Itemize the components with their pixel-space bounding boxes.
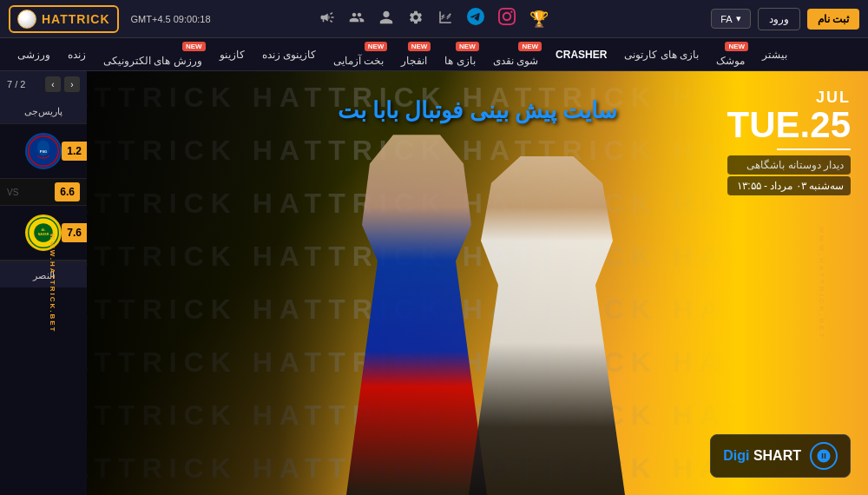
menu-item-rocket[interactable]: NEW موشک — [707, 38, 753, 71]
menu-item-esports[interactable]: NEW ورزش های الکترونیکی — [95, 38, 211, 71]
hero-banner: HATTRICK HATTRICK HATTRICK HATTRICK HATT… — [87, 71, 868, 495]
alnassr-odd[interactable]: 7.6 — [62, 223, 87, 242]
date-day: 25.TUE — [727, 107, 851, 143]
telegram-icon[interactable] — [467, 8, 484, 30]
friendly-label: دیدار دوستانه باشگاهی — [727, 155, 851, 175]
vs-label: VS — [7, 188, 18, 197]
user-icon[interactable] — [378, 10, 394, 29]
psg-team-name: پاریس‌جی — [24, 106, 62, 116]
svg-text:NASSR: NASSR — [38, 233, 49, 236]
panel-prev-button[interactable]: ‹ — [64, 76, 80, 92]
date-box: JUL 25.TUE دیدار دوستانه باشگاهی سه‌شنبه… — [727, 89, 851, 195]
new-badge-lottery: NEW — [365, 42, 388, 51]
panel-header: ‹ › 7 / 2 — [0, 71, 87, 97]
main-content: HATTRICK HATTRICK HATTRICK HATTRICK HATT… — [0, 71, 868, 495]
dropdown-arrow-icon: ▾ — [736, 13, 741, 24]
register-button[interactable]: ثبت نام — [807, 9, 859, 30]
language-selector[interactable]: ▾ FA — [711, 9, 750, 29]
match-entry-alnassr: AL NASSR 7.6 — [0, 206, 87, 261]
persian-date: سه‌شنبه ۰۳ مرداد - ۱۳:۵۵ — [727, 176, 851, 195]
person-icon[interactable] — [349, 10, 365, 29]
vertical-brand: WWW.HATTRICK.BET — [818, 227, 825, 340]
new-badge-games: NEW — [456, 42, 479, 51]
megaphone-icon[interactable] — [319, 10, 335, 29]
vs-row: 6.6 VS — [0, 179, 87, 206]
login-button[interactable]: ورود — [758, 8, 800, 30]
top-nav-right: GMT+4.5 09:00:18 HATTRICK — [9, 5, 211, 33]
new-badge-explosion: NEW — [408, 42, 431, 51]
match-counter: 7 / 2 — [7, 79, 25, 89]
digi-text: Digi SHART — [723, 448, 803, 464]
menu-item-casino[interactable]: کازینو — [211, 38, 253, 71]
menu-item-live[interactable]: زنده — [59, 38, 95, 71]
digi-sub: SHART — [753, 448, 801, 463]
psg-odd[interactable]: 1.2 — [62, 142, 87, 161]
top-nav: ثبت نام ورود ▾ FA 🏆 — [0, 0, 868, 38]
logo-text: HATTRICK — [42, 12, 110, 26]
new-badge-esports: NEW — [182, 42, 206, 51]
panel-arrows: ‹ › — [45, 76, 80, 92]
menu-item-more[interactable]: بیشتر — [753, 38, 796, 71]
svg-text:PSG: PSG — [40, 149, 47, 154]
svg-text:AL: AL — [42, 228, 47, 232]
menu-item-live-casino[interactable]: کازینوی زنده — [253, 38, 325, 71]
gear-icon[interactable] — [408, 10, 424, 29]
menu-nav: بیشتر NEW موشک بازی های کارتونی CRASHER … — [0, 38, 868, 71]
date-divider — [777, 148, 851, 150]
digi-shart-logo[interactable]: Digi SHART — [710, 434, 851, 478]
digi-icon — [810, 442, 838, 470]
new-badge-cash: NEW — [518, 42, 542, 51]
top-nav-left: ثبت نام ورود ▾ FA — [711, 8, 859, 30]
menu-item-cash-show[interactable]: NEW شوی نقدی — [484, 38, 547, 71]
match-panel: ‹ › 7 / 2 پاریس‌جی PSG 1.2 6. — [0, 71, 87, 495]
menu-item-crasher[interactable]: CRASHER — [547, 38, 615, 71]
menu-item-lottery[interactable]: NEW بخت آزمایی — [325, 38, 392, 71]
menu-item-cartoon[interactable]: بازی های کارتونی — [615, 38, 707, 71]
lang-label: FA — [720, 14, 732, 24]
instagram-icon[interactable] — [498, 8, 516, 30]
logo-ball-icon — [17, 10, 36, 29]
psg-logo: PSG — [25, 133, 62, 169]
time-display: GMT+4.5 09:00:18 — [131, 14, 211, 24]
trophy-icon[interactable]: 🏆 — [529, 10, 549, 29]
menu-item-sports[interactable]: ورزشی — [9, 38, 59, 71]
site-logo[interactable]: HATTRICK — [9, 5, 119, 33]
panel-vertical-brand: WWW.HATTRICK.BET — [49, 234, 56, 333]
chart-icon[interactable] — [437, 10, 453, 29]
draw-odd[interactable]: 6.6 — [55, 182, 80, 201]
new-badge: NEW — [725, 42, 748, 51]
digi-brand: Digi — [723, 448, 749, 463]
menu-item-explosion[interactable]: NEW انفجار — [392, 38, 436, 71]
panel-next-button[interactable]: › — [45, 76, 61, 92]
top-nav-center: 🏆 — [319, 8, 549, 30]
match-entry-psg: PSG 1.2 — [0, 124, 87, 179]
menu-item-games[interactable]: NEW بازی ها — [436, 38, 483, 71]
